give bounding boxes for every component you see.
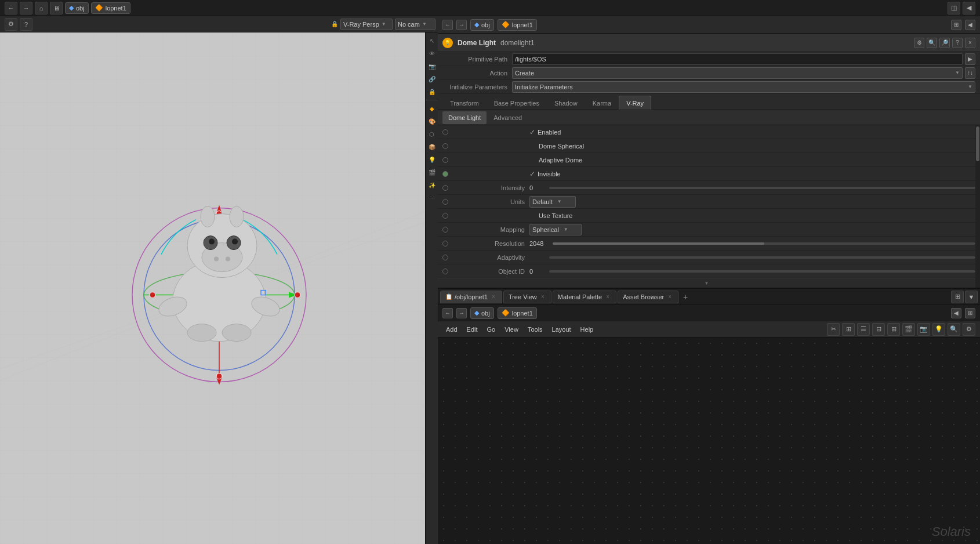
camera-view-btn[interactable]: 📷	[426, 60, 438, 72]
resolution-slider-track[interactable]	[553, 242, 975, 245]
object-id-slider-container[interactable]: 0	[529, 268, 975, 275]
toolbar-grid-btn[interactable]: ⊞	[842, 323, 855, 336]
intensity-slider-container[interactable]: 0	[529, 184, 975, 191]
toolbar-help-btn[interactable]: Help	[577, 324, 597, 335]
more-btn[interactable]: ⋯	[426, 192, 438, 204]
resolution-slider-container[interactable]: 2048	[529, 240, 975, 247]
camera-dropdown[interactable]: V-Ray Persp ▼	[340, 19, 393, 30]
toolbar-tools-btn[interactable]: Tools	[524, 324, 546, 335]
bottom-tab-material-palette[interactable]: Material Palette ×	[553, 291, 616, 303]
action-dropdown[interactable]: Create ▼	[512, 67, 963, 79]
bottom-tab-lopnet[interactable]: 📋 /obj/lopnet1 ×	[440, 291, 502, 303]
primitive-path-input[interactable]	[512, 53, 963, 65]
nav-forward-btn[interactable]: →	[20, 2, 32, 14]
prop-nav-back[interactable]: ←	[442, 20, 453, 30]
prop-mapping-circle[interactable]	[442, 227, 448, 233]
nocam-dropdown[interactable]: No cam ▼	[395, 19, 435, 30]
node-close-btn[interactable]: ×	[965, 38, 975, 48]
home-btn[interactable]: ⌂	[35, 2, 48, 14]
toolbar-view-btn[interactable]: View	[501, 324, 522, 335]
prop-intensity-circle[interactable]	[442, 185, 448, 191]
bottom-layout-btn[interactable]: ⊞	[951, 291, 964, 303]
toolbar-edit-btn[interactable]: Edit	[463, 324, 481, 335]
intensity-slider-track[interactable]	[549, 187, 975, 189]
graph-nav-forward[interactable]: →	[456, 308, 467, 318]
breadcrumb-lopnet[interactable]: 🔶 lopnet1	[91, 2, 130, 14]
viewport-content[interactable]: ↖ 👁 📷 🔗 🔒 ◆ 🎨 ⬡ 📦 💡 🎬 ✨ ⋯	[0, 32, 438, 544]
toolbar-light-btn[interactable]: 💡	[932, 323, 945, 336]
prop-breadcrumb-lopnet[interactable]: 🔶 lopnet1	[498, 19, 537, 31]
toolbar-cut-btn[interactable]: ✂	[827, 323, 840, 336]
bottom-tab-asset-browser[interactable]: Asset Browser ×	[618, 291, 678, 303]
path-arrow-btn[interactable]: ▶	[965, 53, 975, 65]
prop-resolution-circle[interactable]	[442, 241, 448, 246]
node-zoom-btn[interactable]: 🔎	[939, 38, 950, 48]
prop-use-texture-circle[interactable]	[442, 213, 448, 219]
adaptivity-slider-track[interactable]	[549, 256, 975, 259]
expand-handle[interactable]: ▼	[438, 278, 975, 288]
breadcrumb-obj[interactable]: ◆ obj	[65, 2, 89, 14]
geo-btn[interactable]: ⬡	[426, 128, 438, 140]
light-btn[interactable]: 💡	[426, 154, 438, 165]
select-tool-btn[interactable]: ↖	[426, 35, 438, 46]
mat-btn[interactable]: 🎨	[426, 115, 438, 127]
adaptivity-slider-container[interactable]	[529, 256, 975, 259]
graph-breadcrumb-obj[interactable]: ◆ obj	[470, 307, 494, 319]
fx-btn[interactable]: ✨	[426, 179, 438, 191]
node-gear-btn[interactable]: ⚙	[914, 38, 924, 48]
init-params-dropdown[interactable]: Initialize Parameters ▼	[512, 81, 975, 93]
toolbar-layout-btn[interactable]: Layout	[549, 324, 575, 335]
gear-icon[interactable]: ⚙	[5, 18, 17, 31]
toolbar-settings2-btn[interactable]: ⚙	[963, 323, 975, 336]
tab-transform[interactable]: Transform	[442, 96, 487, 110]
snap-btn[interactable]: 🔗	[426, 73, 438, 85]
object-id-slider-track[interactable]	[549, 270, 975, 273]
cam-btn[interactable]: 🎬	[426, 166, 438, 178]
prop-adaptive-dome-circle[interactable]	[442, 157, 448, 163]
scroll-indicator[interactable]	[975, 125, 980, 288]
units-dropdown[interactable]: Default ▼	[529, 196, 576, 208]
prop-collapse-btn[interactable]: ◀	[965, 20, 975, 30]
tab-karma[interactable]: Karma	[585, 96, 619, 110]
bottom-collapse-btn[interactable]: ▼	[965, 291, 978, 303]
sub-tab-dome-light[interactable]: Dome Light	[442, 111, 487, 124]
prop-settings-btn[interactable]: ⊞	[951, 20, 961, 30]
material-palette-tab-close[interactable]: ×	[604, 293, 611, 300]
prop-adaptivity-circle[interactable]	[442, 255, 448, 260]
prop-breadcrumb-obj[interactable]: ◆ obj	[470, 19, 494, 31]
prop-nav-forward[interactable]: →	[456, 20, 467, 30]
graph-expand-btn[interactable]: ◀	[951, 308, 961, 318]
toolbar-cam-btn[interactable]: 📷	[917, 323, 930, 336]
asset-browser-tab-close[interactable]: ×	[666, 293, 673, 300]
tab-vray[interactable]: V-Ray	[619, 96, 651, 110]
sub-tab-advanced[interactable]: Advanced	[488, 111, 528, 124]
add-tab-btn[interactable]: +	[680, 291, 691, 303]
toolbar-rows-btn[interactable]: ⊞	[887, 323, 900, 336]
graph-settings-btn[interactable]: ⊞	[965, 308, 975, 318]
toolbar-film-btn[interactable]: 🎬	[902, 323, 915, 336]
settings-btn[interactable]: ◀	[963, 2, 975, 14]
obj-btn[interactable]: 📦	[426, 141, 438, 153]
prop-object-id-circle[interactable]	[442, 269, 448, 274]
toolbar-list-btn[interactable]: ☰	[857, 323, 870, 336]
action-arrow-btn[interactable]: ↑↓	[965, 67, 975, 79]
toolbar-cols-btn[interactable]: ⊟	[872, 323, 885, 336]
prop-invisible-circle[interactable]	[442, 171, 448, 177]
node-help-btn[interactable]: ?	[952, 38, 963, 48]
help-icon[interactable]: ?	[20, 18, 32, 31]
mapping-dropdown[interactable]: Spherical ▼	[529, 224, 582, 235]
graph-nav-back[interactable]: ←	[442, 308, 453, 318]
toolbar-add-btn[interactable]: Add	[442, 324, 461, 335]
lopnet-tab-close[interactable]: ×	[490, 293, 497, 300]
lock-btn[interactable]: 🔒	[426, 86, 438, 97]
tree-view-tab-close[interactable]: ×	[539, 293, 546, 300]
prop-dome-spherical-circle[interactable]	[442, 143, 448, 149]
node-graph-canvas[interactable]: Asset Reference ru	[438, 338, 980, 544]
graph-breadcrumb-lopnet[interactable]: 🔶 lopnet1	[498, 307, 537, 319]
prop-enabled-circle[interactable]	[442, 129, 448, 135]
view-btn[interactable]: 👁	[426, 48, 438, 59]
tab-base-properties[interactable]: Base Properties	[487, 96, 547, 110]
tab-shadow[interactable]: Shadow	[547, 96, 585, 110]
desktop-btn[interactable]: 🖥	[50, 2, 63, 14]
render-btn[interactable]: ◆	[426, 103, 438, 114]
